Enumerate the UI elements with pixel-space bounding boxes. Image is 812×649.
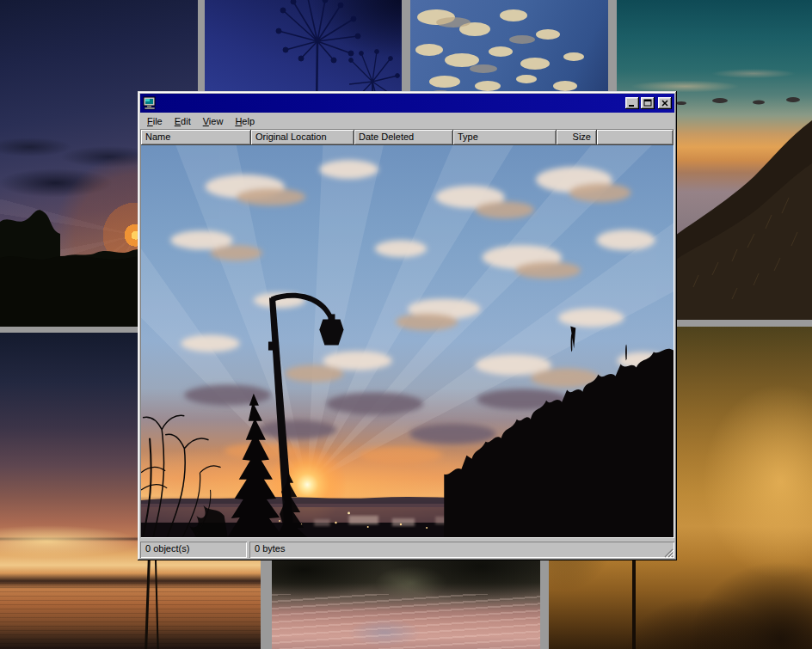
computer-icon (143, 96, 157, 110)
column-header-row: Name Original Location Date Deleted Type… (141, 130, 674, 145)
list-view[interactable]: Name Original Location Date Deleted Type… (140, 129, 674, 538)
menu-help[interactable]: Help (229, 114, 261, 128)
wallpaper-water-reflection-photo (272, 557, 540, 649)
column-header-date-deleted[interactable]: Date Deleted (354, 130, 453, 145)
water-ripples (272, 594, 540, 649)
resize-grip[interactable] (662, 546, 674, 557)
recycle-bin-window: File Edit View Help Name Original Locati… (138, 91, 677, 560)
menu-view[interactable]: View (197, 114, 230, 128)
maximize-button[interactable] (641, 97, 655, 109)
menu-edit[interactable]: Edit (169, 114, 197, 128)
column-header-type[interactable]: Type (453, 130, 557, 145)
column-header-size[interactable]: Size (557, 130, 597, 145)
column-header-name[interactable]: Name (141, 130, 251, 145)
desktop: { "background": { "grout_color": "#9a9a9… (0, 0, 812, 649)
close-button[interactable] (658, 97, 672, 109)
menu-file[interactable]: File (141, 114, 169, 128)
column-header-blank (597, 130, 674, 145)
content-sunset-photo[interactable] (141, 145, 674, 537)
minimize-button[interactable] (625, 97, 639, 109)
menu-bar: File Edit View Help (140, 113, 674, 129)
status-object-count: 0 object(s) (140, 542, 247, 558)
status-byte-count: 0 bytes (249, 542, 674, 558)
column-header-original-location[interactable]: Original Location (251, 130, 354, 145)
water-ripples (0, 583, 261, 649)
status-bar: 0 object(s) 0 bytes (140, 540, 674, 558)
title-bar[interactable] (140, 94, 674, 113)
